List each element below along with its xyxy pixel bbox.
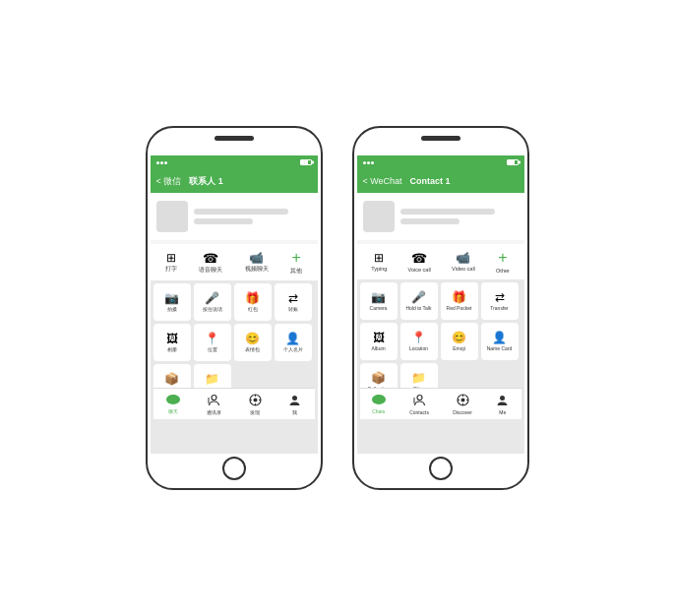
phone-frame-english: < WeChatContact 1 ⊞Typing☎Voice call📹Vid…: [352, 126, 529, 490]
grid-label-1-0: 相册: [167, 346, 177, 352]
grid-label-1-2: Emoji: [453, 345, 465, 351]
phones-container: < 微信联系人 1 ⊞打字☎语音聊天📹视频聊天+其他📷拍摄🎤按住说话🎁红包⇄转账…: [146, 126, 529, 490]
grid-icon-1-1: 📍: [205, 333, 219, 344]
grid-item-1-3[interactable]: 👤个人名片: [275, 324, 312, 361]
action-label-3: Other: [496, 268, 510, 274]
tab-chat[interactable]: Chats: [372, 394, 386, 414]
grid-row-0: 📷Camera🎤Hold to Talk🎁Red Pocket⇄Transfer: [360, 282, 521, 320]
action-label-1: Voice call: [408, 267, 431, 273]
grid-icon-0-2: 🎁: [245, 292, 260, 304]
svg-point-7: [253, 398, 257, 401]
grid-item-0-1[interactable]: 🎤Hold to Talk: [400, 282, 438, 320]
grid-icon-1-0: 🖼: [166, 333, 178, 344]
grid-item-0-2[interactable]: 🎁红包: [234, 283, 272, 321]
grid-icon-0-3: ⇄: [495, 291, 505, 303]
quick-action-0[interactable]: ⊞打字: [165, 252, 177, 273]
signal-dots: [363, 161, 374, 164]
tab-icon-chat: [166, 394, 180, 407]
grid-item-0-2[interactable]: 🎁Red Pocket: [441, 282, 478, 320]
svg-point-20: [460, 398, 464, 401]
grid-icon-0-0: 📷: [164, 292, 179, 304]
grid-item-0-0[interactable]: 📷拍摄: [153, 283, 191, 321]
grid-icon-2-0: 📦: [164, 373, 179, 385]
volume-up-button: [352, 187, 354, 205]
video-call-icon: 📹: [456, 252, 470, 264]
grid-item-1-3[interactable]: 👤Name Card: [481, 323, 519, 360]
grid-icon-2-0: 📦: [371, 372, 386, 384]
plus-icon: +: [498, 250, 507, 266]
plus-icon: +: [292, 250, 301, 266]
quick-action-2[interactable]: 📹Video call: [452, 252, 475, 272]
grid-item-1-0[interactable]: 🖼相册: [153, 324, 191, 361]
grid-item-1-2[interactable]: 😊Emoji: [441, 323, 478, 360]
voice-call-icon: ☎: [411, 252, 427, 265]
grid-item-0-3[interactable]: ⇄转账: [275, 283, 312, 321]
tab-icon-discover: [457, 394, 469, 408]
grid-icon-1-0: 🖼: [373, 332, 385, 343]
svg-point-25: [500, 396, 505, 400]
tab-discover[interactable]: 发现: [249, 394, 262, 415]
quick-actions-bar: ⊞Typing☎Voice call📹Video call+Other: [357, 244, 524, 279]
signal-dots: [156, 161, 167, 164]
phone-screen: < 微信联系人 1 ⊞打字☎语音聊天📹视频聊天+其他📷拍摄🎤按住说话🎁红包⇄转账…: [151, 155, 318, 454]
tab-label-discover: Discover: [453, 409, 471, 415]
tab-icon-contacts: [413, 394, 426, 408]
grid-item-0-1[interactable]: 🎤按住说话: [194, 283, 231, 321]
phone-frame-chinese: < 微信联系人 1 ⊞打字☎语音聊天📹视频聊天+其他📷拍摄🎤按住说话🎁红包⇄转账…: [146, 126, 323, 490]
action-label-0: 打字: [165, 266, 177, 273]
action-label-0: Typing: [371, 266, 387, 272]
svg-point-12: [292, 396, 297, 400]
quick-action-2[interactable]: 📹视频聊天: [245, 252, 269, 273]
quick-action-1[interactable]: ☎语音聊天: [199, 252, 222, 274]
grid-label-1-3: 个人名片: [283, 346, 303, 352]
tab-contacts[interactable]: Contacts: [409, 394, 429, 415]
back-button[interactable]: < 微信: [156, 175, 182, 188]
profile-section: [357, 193, 524, 240]
grid-item-0-3[interactable]: ⇄Transfer: [481, 282, 519, 320]
tab-icon-me: [496, 394, 509, 408]
quick-action-3[interactable]: +其他: [290, 250, 302, 275]
quick-actions-bar: ⊞打字☎语音聊天📹视频聊天+其他: [151, 244, 318, 280]
tab-contacts[interactable]: 通讯录: [207, 394, 221, 415]
grid-row-1: 🖼相册📍位置😊表情包👤个人名片: [153, 324, 315, 361]
grid-icon-0-1: 🎤: [411, 291, 426, 303]
grid-item-1-1[interactable]: 📍Location: [400, 323, 438, 360]
grid-icon-1-2: 😊: [452, 332, 466, 343]
grid-label-1-2: 表情包: [245, 346, 260, 352]
grid-label-0-3: Transfer: [490, 305, 508, 311]
grid-item-1-1[interactable]: 📍位置: [194, 324, 231, 361]
tab-icon-me: [288, 394, 301, 408]
quick-action-0[interactable]: ⊞Typing: [371, 252, 387, 272]
volume-down-button: [146, 212, 148, 229]
grid-item-1-2[interactable]: 😊表情包: [234, 324, 272, 361]
tab-label-discover: 发现: [250, 409, 260, 415]
power-button: [321, 197, 323, 221]
phone-chinese: < 微信联系人 1 ⊞打字☎语音聊天📹视频聊天+其他📷拍摄🎤按住说话🎁红包⇄转账…: [146, 126, 323, 490]
tab-chat[interactable]: 聊天: [166, 394, 180, 414]
typing-icon: ⊞: [374, 252, 384, 264]
quick-action-1[interactable]: ☎Voice call: [408, 252, 431, 273]
power-button: [527, 197, 529, 221]
status-bar: [151, 155, 318, 169]
page-title: Contact 1: [410, 176, 451, 186]
quick-action-3[interactable]: +Other: [496, 250, 510, 274]
back-button[interactable]: < WeChat: [363, 176, 402, 186]
grid-item-1-0[interactable]: 🖼Album: [360, 323, 398, 360]
typing-icon: ⊞: [166, 252, 176, 264]
grid-label-1-1: Location: [409, 345, 428, 351]
tab-me[interactable]: 我: [288, 394, 301, 415]
profile-name-line: [194, 209, 288, 215]
tab-me[interactable]: Me: [496, 394, 509, 415]
svg-point-15: [417, 395, 422, 400]
grid-label-0-0: Camera: [370, 305, 388, 311]
grid-item-0-0[interactable]: 📷Camera: [360, 282, 398, 320]
video-call-icon: 📹: [249, 252, 264, 264]
action-label-3: 其他: [290, 268, 302, 275]
action-label-2: 视频聊天: [245, 266, 269, 273]
bottom-tab-bar: Chats Contacts Discover Me: [360, 388, 521, 419]
battery-icon: [507, 159, 519, 165]
tab-discover[interactable]: Discover: [453, 394, 471, 415]
grid-icon-0-2: 🎁: [452, 291, 466, 303]
grid-icon-0-0: 📷: [371, 291, 386, 303]
grid-icon-1-2: 😊: [245, 333, 260, 344]
